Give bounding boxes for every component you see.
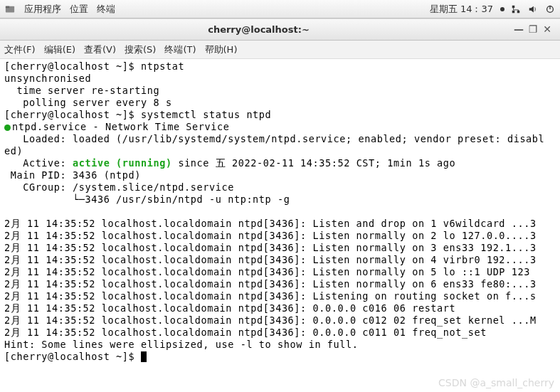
- hint-line: Hint: Some lines were ellipsized, use -l…: [4, 339, 358, 350]
- log-line: 2月 11 14:35:52 localhost.localdomain ntp…: [4, 290, 537, 302]
- window-title: cherry@localhost:~: [6, 24, 512, 35]
- svg-rect-4: [512, 10, 515, 13]
- minimize-button[interactable]: —: [512, 23, 526, 36]
- maximize-button[interactable]: ❐: [526, 23, 540, 36]
- titlebar[interactable]: cherry@localhost:~ — ❐ ✕: [0, 19, 560, 41]
- menu-view[interactable]: 查看(V): [84, 43, 116, 56]
- watermark: CSDN @a_small_cherry: [438, 377, 554, 389]
- output-line: CGroup: /system.slice/ntpd.service: [4, 181, 234, 193]
- volume-icon[interactable]: [527, 4, 539, 15]
- close-button[interactable]: ✕: [540, 23, 554, 36]
- prompt: [cherry@localhost ~]$: [4, 109, 141, 120]
- menu-help[interactable]: 帮助(H): [205, 43, 238, 56]
- panel-applications[interactable]: 应用程序: [24, 3, 61, 16]
- panel-terminal[interactable]: 终端: [97, 3, 115, 16]
- service-name: ntpd.service - Network Time Service: [12, 121, 229, 132]
- terminal-window: cherry@localhost:~ — ❐ ✕ 文件(F) 编辑(E) 查看(…: [0, 18, 560, 392]
- menubar: 文件(F) 编辑(E) 查看(V) 搜索(S) 终端(T) 帮助(H): [0, 41, 560, 59]
- svg-rect-1: [6, 6, 9, 8]
- network-icon[interactable]: [510, 4, 522, 15]
- menu-terminal[interactable]: 终端(T): [164, 43, 196, 56]
- prompt: [cherry@localhost ~]$: [4, 60, 141, 72]
- active-status: active (running): [73, 157, 172, 169]
- places-icon: [4, 4, 16, 15]
- log-line: 2月 11 14:35:52 localhost.localdomain ntp…: [4, 230, 537, 241]
- top-panel: 应用程序 位置 终端 星期五 14：37: [0, 0, 560, 18]
- output-line: Main PID: 3436 (ntpd): [4, 169, 141, 181]
- command-text: systemctl status ntpd: [141, 109, 271, 120]
- output-line: since 五 2022-02-11 14:35:52 CST; 1min 1s…: [172, 157, 456, 169]
- log-line: 2月 11 14:35:52 localhost.localdomain ntp…: [4, 327, 487, 338]
- output-line: Active:: [4, 157, 73, 169]
- power-icon[interactable]: [544, 4, 556, 15]
- command-text: ntpstat: [141, 60, 184, 72]
- output-line: unsynchronised: [4, 73, 91, 84]
- terminal-viewport[interactable]: [cherry@localhost ~]$ ntpstat unsynchron…: [0, 59, 560, 392]
- menu-search[interactable]: 搜索(S): [125, 43, 156, 56]
- log-line: 2月 11 14:35:52 localhost.localdomain ntp…: [4, 314, 537, 326]
- record-indicator-icon: [500, 7, 504, 11]
- output-line: polling server every 8 s: [4, 97, 172, 108]
- menu-edit[interactable]: 编辑(E): [44, 43, 75, 56]
- svg-rect-2: [512, 5, 515, 8]
- log-line: 2月 11 14:35:52 localhost.localdomain ntp…: [4, 278, 537, 290]
- output-line: └─3436 /usr/sbin/ntpd -u ntp:ntp -g: [4, 194, 290, 205]
- output-line: time server re-starting: [4, 85, 159, 96]
- output-line: ed): [4, 145, 23, 157]
- log-line: 2月 11 14:35:52 localhost.localdomain ntp…: [4, 302, 455, 314]
- log-line: 2月 11 14:35:52 localhost.localdomain ntp…: [4, 254, 537, 265]
- log-line: 2月 11 14:35:52 localhost.localdomain ntp…: [4, 266, 530, 277]
- output-line: Loaded: loaded (/usr/lib/systemd/system/…: [4, 133, 544, 144]
- log-line: 2月 11 14:35:52 localhost.localdomain ntp…: [4, 218, 537, 229]
- panel-clock[interactable]: 星期五 14：37: [430, 3, 493, 16]
- log-line: 2月 11 14:35:52 localhost.localdomain ntp…: [4, 242, 537, 253]
- prompt: [cherry@localhost ~]$: [4, 351, 141, 362]
- menu-file[interactable]: 文件(F): [4, 43, 36, 56]
- panel-places[interactable]: 位置: [70, 3, 88, 16]
- status-dot-icon: [4, 125, 11, 131]
- cursor: [141, 351, 147, 362]
